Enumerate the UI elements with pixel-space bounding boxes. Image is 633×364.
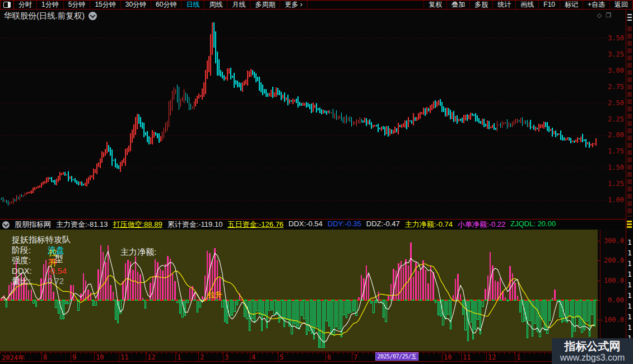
window-restore-icon[interactable]: ❐ <box>606 12 615 18</box>
x-axis-label-4: 4 <box>252 353 255 361</box>
title-chevron-down-icon[interactable] <box>89 12 97 20</box>
indicator-axis-label: 100.0 <box>604 277 624 284</box>
period-tab-更多[interactable]: 更多 › <box>280 1 307 9</box>
indicator-axis-label: -100.0 <box>600 316 624 324</box>
period-tab-1分钟[interactable]: 1分钟 <box>37 1 64 9</box>
top-toolbar: 分时1分钟5分钟15分钟30分钟60分钟日线周线月线多周期更多 › 复权叠加多股… <box>0 0 633 10</box>
price-axis-label: 2.00 <box>608 131 624 139</box>
price-axis-label: 2.25 <box>608 115 624 123</box>
watermark-url: www.zbgs3.com <box>552 353 633 363</box>
panel-toggle-icon <box>3 2 11 8</box>
title-bar: 华联股份(日线.前复权) ◇❐ <box>0 10 630 22</box>
candles-up <box>5 22 597 204</box>
period-tab-15分钟[interactable]: 15分钟 <box>90 1 120 9</box>
panel-toggle-button[interactable] <box>1 1 14 9</box>
toolbar-button-画线[interactable]: 画线 <box>515 1 538 9</box>
price-axis-label: 1.75 <box>608 147 624 155</box>
x-axis-separator <box>41 352 42 361</box>
x-axis-label-6: 6 <box>327 353 331 361</box>
period-tab-日线[interactable]: 日线 <box>181 1 204 9</box>
price-axis-label: 2.50 <box>608 99 624 107</box>
stock-title: 华联股份(日线.前复权) <box>4 11 85 21</box>
price-axis-label: 3.50 <box>608 34 624 42</box>
price-axis-label: 3.25 <box>608 50 624 58</box>
x-axis-label-3: 3 <box>225 353 229 361</box>
volume-ratio-row: 量比:0.72 <box>12 276 71 287</box>
x-axis-separator <box>442 352 443 361</box>
x-axis-label-7: 7 <box>353 353 357 361</box>
period-tab-分时[interactable]: 分时 <box>14 1 37 9</box>
price-axis-label: 1.25 <box>608 180 624 188</box>
pull-up-annotation: 拉升 <box>208 290 222 300</box>
stage-label: 阶段: <box>12 245 48 256</box>
volume-ratio-value: 0.72 <box>48 276 64 286</box>
period-tab-周线[interactable]: 周线 <box>204 1 227 9</box>
strength-label: 强度: <box>12 255 48 266</box>
period-tab-多周期[interactable]: 多周期 <box>250 1 280 9</box>
indicator-title: 捉妖指标特攻队 <box>12 235 71 245</box>
strip-white-marks <box>627 14 632 22</box>
title-right-icons: ◇❐ <box>597 12 615 19</box>
indicator-field-累计资金: 累计资金:-119.10 <box>167 220 223 230</box>
indicator-info-block: 捉妖指标特攻队 阶段:拉升洗盘 强度:20型 DDX:-0.54 量比:0.72 <box>12 235 71 287</box>
period-tabs: 分时1分钟5分钟15分钟30分钟60分钟日线周线月线多周期更多 › <box>14 1 308 9</box>
indicator-field-主力净额: 主力净额:-0.74 <box>405 220 453 230</box>
x-axis-label-5: 5 <box>280 353 283 361</box>
indicator-header: 股朋指标网 主力资金:-81.13打压做空:88.89累计资金:-119.10五… <box>0 219 628 230</box>
x-axis-separator <box>486 352 487 361</box>
indicator-axis-label: 200.0 <box>604 256 624 264</box>
x-axis-separator <box>352 352 352 361</box>
indicator-field-DDY: DDY:-0.35 <box>328 220 361 230</box>
x-axis-separator <box>175 352 176 361</box>
toolbar-button-标记[interactable]: 标记 <box>560 1 583 9</box>
x-axis-separator <box>198 352 199 361</box>
x-axis-label-1: 1 <box>177 353 181 361</box>
x-axis-separator <box>278 352 278 361</box>
indicator-source: 股朋指标网 <box>15 220 51 230</box>
toolbar-button-复权[interactable]: 复权 <box>423 1 446 9</box>
x-axis-label-12: 12 <box>488 353 496 361</box>
period-tab-bar: 分时1分钟5分钟15分钟30分钟60分钟日线周线月线多周期更多 › <box>1 1 308 9</box>
indicator-field-DDZ: DDZ:-0.47 <box>366 220 400 230</box>
strip-glyph-marks <box>627 26 632 217</box>
toolbar-button-统计[interactable]: 统计 <box>492 1 515 9</box>
x-axis-label-11: 11 <box>120 353 128 361</box>
period-tab-5分钟[interactable]: 5分钟 <box>64 1 91 9</box>
strip-yellow-icon <box>627 221 632 228</box>
x-axis-label-10: 10 <box>444 353 452 361</box>
x-axis-separator <box>250 352 250 361</box>
x-axis-label-12: 12 <box>147 353 155 361</box>
toolbar-button-F10[interactable]: F10 <box>538 1 560 9</box>
indicator-panel-bg <box>0 230 598 351</box>
indicator-chart-plot[interactable] <box>0 230 633 352</box>
period-tab-30分钟[interactable]: 30分钟 <box>121 1 151 9</box>
toolbar-button-返回[interactable]: 返回 <box>609 1 632 9</box>
period-tab-60分钟[interactable]: 60分钟 <box>151 1 181 9</box>
x-axis-label-2: 2 <box>200 353 204 361</box>
diamond-icon[interactable]: ◇ <box>597 12 606 18</box>
indicator-chevron-icon[interactable] <box>2 221 10 228</box>
toolbar-button-多股[interactable]: 多股 <box>469 1 492 9</box>
candlestick-chart-plot[interactable] <box>0 22 633 219</box>
x-axis-label-1: 1 <box>516 353 520 361</box>
x-axis-separator <box>461 352 462 361</box>
toolbar-button-+自选[interactable]: +自选 <box>583 1 609 9</box>
indicator-field-五日资金[interactable]: 五日资金:-126.76 <box>227 220 283 230</box>
x-axis-label-9: 9 <box>72 353 76 361</box>
indicator-field-小单净额: 小单净额:-0.22 <box>458 220 505 230</box>
x-axis-separator <box>515 352 515 361</box>
x-axis-label-11: 11 <box>463 353 471 361</box>
indicator-field-打压做空[interactable]: 打压做空:88.89 <box>113 220 162 230</box>
watermark: 指标公式网 www.zbgs3.com <box>552 338 633 364</box>
strength-suffix: 型 <box>55 254 63 263</box>
indicator-values: 主力资金:-81.13打压做空:88.89累计资金:-119.10五日资金:-1… <box>56 220 556 230</box>
indicator-axis-line <box>600 230 601 352</box>
price-axis-label: 2.75 <box>608 83 624 91</box>
volume-ratio-label: 量比: <box>12 276 48 287</box>
x-axis-separator <box>94 352 95 361</box>
current-date-highlight: 2025/07/25/五 <box>375 352 418 361</box>
period-tab-月线[interactable]: 月线 <box>227 1 250 9</box>
x-axis[interactable]: 2024年89101112123456710111212025/07/25/五 <box>0 352 633 361</box>
stage-value: 洗盘 <box>48 245 64 255</box>
toolbar-button-叠加[interactable]: 叠加 <box>446 1 469 9</box>
